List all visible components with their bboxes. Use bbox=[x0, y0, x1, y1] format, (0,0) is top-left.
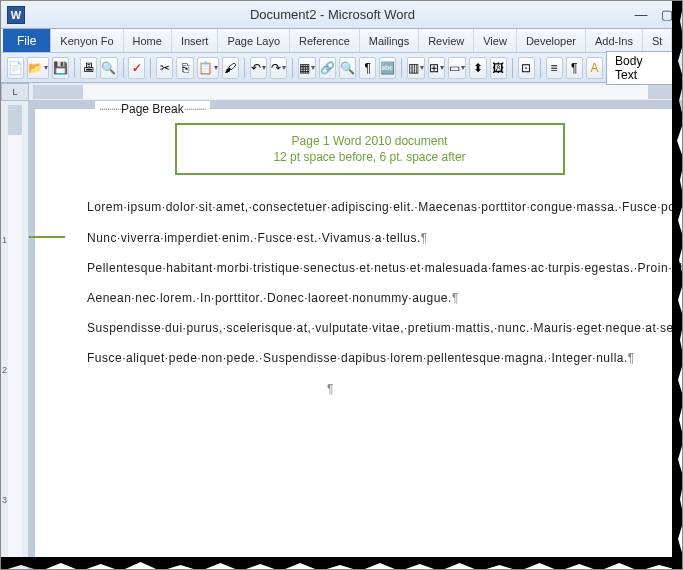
title-bar: W Document2 - Microsoft Word — ▢ bbox=[1, 1, 682, 29]
separator bbox=[244, 58, 245, 78]
window-title: Document2 - Microsoft Word bbox=[33, 7, 632, 22]
tab-review[interactable]: Review bbox=[419, 29, 474, 52]
separator bbox=[540, 58, 541, 78]
print-preview-icon[interactable]: 🔍 bbox=[100, 57, 117, 79]
undo-icon[interactable]: ↶▾ bbox=[250, 57, 267, 79]
tab-home[interactable]: Home bbox=[124, 29, 172, 52]
document-page[interactable]: Page 1 Word 2010 document 12 pt space be… bbox=[35, 109, 682, 569]
tab-kenyon[interactable]: Kenyon Fo bbox=[51, 29, 123, 52]
ribbon-tabs: File Kenyon Fo Home Insert Page Layo Ref… bbox=[1, 29, 682, 53]
show-marks-icon[interactable]: ¶ bbox=[359, 57, 376, 79]
tab-page-layout[interactable]: Page Layo bbox=[218, 29, 290, 52]
paragraph[interactable]: Lorem·ipsum·dolor·sit·amet,·consectetuer… bbox=[87, 199, 652, 215]
horizontal-ruler: L bbox=[1, 83, 682, 101]
callout-line2: 12 pt space before, 6 pt. space after bbox=[197, 149, 543, 165]
tab-mailings[interactable]: Mailings bbox=[360, 29, 419, 52]
tab-insert[interactable]: Insert bbox=[172, 29, 219, 52]
shading-icon[interactable]: ▭▾ bbox=[448, 57, 466, 79]
separator bbox=[401, 58, 402, 78]
style-selector[interactable]: Body Text bbox=[606, 51, 676, 85]
cut-icon[interactable]: ✂ bbox=[156, 57, 173, 79]
columns-icon[interactable]: ▥▾ bbox=[407, 57, 425, 79]
paragraph[interactable]: Fusce·aliquet·pede·non·pede.·Suspendisse… bbox=[87, 350, 652, 366]
sort-icon[interactable]: ⬍ bbox=[469, 57, 486, 79]
tab-view[interactable]: View bbox=[474, 29, 517, 52]
file-tab[interactable]: File bbox=[3, 29, 51, 52]
vertical-ruler: 1 2 3 bbox=[1, 101, 29, 569]
separator bbox=[74, 58, 75, 78]
separator bbox=[150, 58, 151, 78]
font-color-icon[interactable]: A bbox=[586, 57, 603, 79]
tab-overflow[interactable]: St bbox=[643, 29, 672, 52]
quick-toolbar: 📄 📂▾ 💾 🖶 🔍 ✓ ✂ ⎘ 📋▾ 🖌 ↶▾ ↷▾ ▦▾ 🔗 🔍 ¶ 🔤 ▥… bbox=[1, 53, 682, 83]
word-app-icon: W bbox=[7, 6, 25, 24]
paragraph[interactable]: Pellentesque·habitant·morbi·tristique·se… bbox=[87, 260, 652, 276]
paragraph[interactable]: Nunc·viverra·imperdiet·enim.·Fusce·est.·… bbox=[87, 230, 652, 246]
separator bbox=[512, 58, 513, 78]
maximize-button[interactable]: ▢ bbox=[658, 8, 676, 22]
separator bbox=[123, 58, 124, 78]
borders-icon[interactable]: ⊞▾ bbox=[428, 57, 445, 79]
redo-icon[interactable]: ↷▾ bbox=[270, 57, 287, 79]
paragraph[interactable]: Suspendisse·dui·purus,·scelerisque·at,·v… bbox=[87, 320, 652, 336]
callout-line1: Page 1 Word 2010 document bbox=[197, 133, 543, 149]
insert-hyperlink-icon[interactable]: 🔗 bbox=[319, 57, 336, 79]
picture-icon[interactable]: 🖼 bbox=[490, 57, 507, 79]
save-icon[interactable]: 💾 bbox=[52, 57, 69, 79]
page-break-label: Page Break bbox=[95, 101, 210, 117]
tab-reference[interactable]: Reference bbox=[290, 29, 360, 52]
minimize-button[interactable]: — bbox=[632, 8, 650, 22]
tab-developer[interactable]: Developer bbox=[517, 29, 586, 52]
open-icon[interactable]: 📂▾ bbox=[27, 57, 49, 79]
tab-selector[interactable]: L bbox=[1, 83, 29, 101]
paste-icon[interactable]: 📋▾ bbox=[197, 57, 219, 79]
spellcheck-icon[interactable]: ✓ bbox=[128, 57, 145, 79]
page-break-line[interactable]: Page Break ¶ bbox=[87, 381, 652, 397]
tab-addins[interactable]: Add-Ins bbox=[586, 29, 643, 52]
page-background: Page 1 Word 2010 document 12 pt space be… bbox=[29, 101, 682, 569]
new-doc-icon[interactable]: 📄 bbox=[7, 57, 24, 79]
line-spacing-icon[interactable]: ≡ bbox=[546, 57, 563, 79]
zoom-icon[interactable]: 🔍 bbox=[339, 57, 356, 79]
format-painter-icon[interactable]: 🖌 bbox=[222, 57, 239, 79]
paragraph[interactable]: Aenean·nec·lorem.·In·porttitor.·Donec·la… bbox=[87, 290, 652, 306]
page-setup-icon[interactable]: ⊡ bbox=[518, 57, 535, 79]
vertical-ruler-track[interactable]: 1 2 3 bbox=[8, 105, 22, 565]
insert-table-icon[interactable]: ▦▾ bbox=[298, 57, 316, 79]
print-icon[interactable]: 🖶 bbox=[80, 57, 97, 79]
annotation-callout: Page 1 Word 2010 document 12 pt space be… bbox=[175, 123, 565, 175]
ruler-track[interactable] bbox=[33, 85, 678, 99]
separator bbox=[292, 58, 293, 78]
insert-text-icon[interactable]: 🔤 bbox=[379, 57, 396, 79]
copy-icon[interactable]: ⎘ bbox=[176, 57, 193, 79]
paragraph-icon[interactable]: ¶ bbox=[566, 57, 583, 79]
